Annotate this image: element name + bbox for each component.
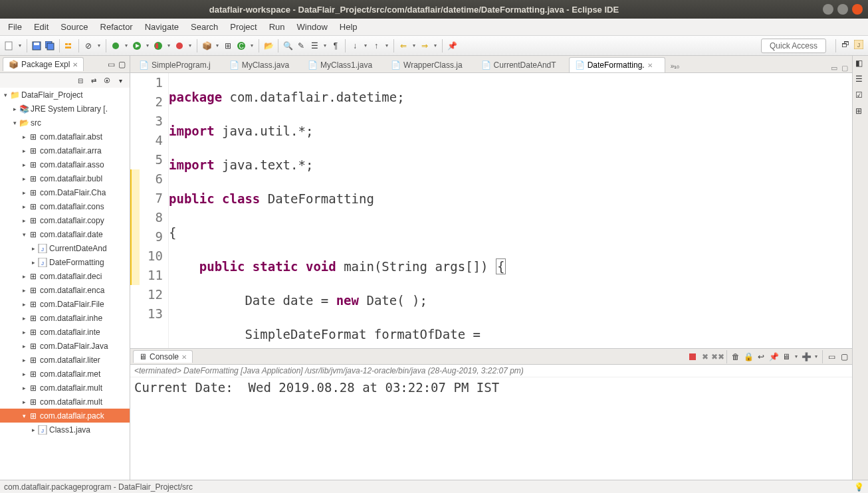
focus-task-icon[interactable]: ⦿ bbox=[102, 75, 112, 86]
task-dropdown[interactable]: ▾ bbox=[322, 41, 328, 51]
debug-dropdown[interactable]: ▾ bbox=[124, 41, 129, 51]
display-console-icon[interactable]: 🖥 bbox=[781, 351, 792, 362]
close-view-icon[interactable]: ✕ bbox=[72, 61, 78, 68]
skip-breakpoints-dropdown[interactable]: ▾ bbox=[96, 41, 102, 51]
outline-view-icon[interactable]: ☰ bbox=[855, 74, 866, 85]
tree-package[interactable]: ▸⊞com.dataflair.cons bbox=[0, 199, 130, 213]
link-editor-icon[interactable]: ⇄ bbox=[88, 75, 99, 86]
editor-tab[interactable]: 📄WrapperClass.ja bbox=[385, 57, 475, 72]
run-dropdown[interactable]: ▾ bbox=[145, 41, 150, 51]
java-perspective-icon[interactable]: J bbox=[853, 39, 864, 50]
editor-tab[interactable]: 📄SimpleProgram.j bbox=[133, 57, 223, 72]
open-perspective-icon[interactable]: 🗗 bbox=[840, 39, 851, 50]
tree-project[interactable]: ▾📁DataFlair_Project bbox=[0, 88, 130, 102]
coverage-dropdown[interactable]: ▾ bbox=[166, 41, 171, 51]
tree-package[interactable]: ▸⊞com.dataflair.mult bbox=[0, 395, 130, 409]
toggle-breadcrumb-icon[interactable] bbox=[64, 41, 74, 51]
menu-edit[interactable]: Edit bbox=[29, 20, 54, 34]
open-console-dropdown[interactable]: ▾ bbox=[814, 351, 819, 362]
pin-icon[interactable]: 📌 bbox=[447, 41, 457, 51]
menu-refactor[interactable]: Refactor bbox=[95, 20, 138, 34]
tree-package[interactable]: ▸⊞com.DataFlair.Cha bbox=[0, 185, 130, 199]
new-icon[interactable] bbox=[4, 41, 15, 51]
tree-package[interactable]: ▸⊞com.dataflair.liter bbox=[0, 353, 130, 367]
tree-java-file[interactable]: ▸JClass1.java bbox=[0, 423, 130, 437]
tree-package[interactable]: ▸⊞com.dataflair.arra bbox=[0, 144, 130, 157]
run-last-icon[interactable] bbox=[174, 41, 185, 51]
menu-help[interactable]: Help bbox=[334, 20, 363, 34]
maximize-view-icon[interactable]: ▢ bbox=[116, 59, 127, 70]
menu-search[interactable]: Search bbox=[185, 20, 223, 34]
pin-console-icon[interactable]: 📌 bbox=[768, 351, 779, 362]
new-class-icon[interactable]: C bbox=[236, 41, 247, 51]
run-last-dropdown[interactable]: ▾ bbox=[187, 41, 193, 51]
task-list-view-icon[interactable]: ☑ bbox=[855, 90, 866, 101]
new-package-icon[interactable]: ⊞ bbox=[223, 41, 233, 51]
annotation-icon[interactable]: ✎ bbox=[296, 41, 306, 51]
search-icon[interactable]: 🔍 bbox=[282, 41, 293, 51]
editor-tab[interactable]: 📄MyClass.java bbox=[223, 57, 302, 72]
maximize-console-icon[interactable]: ▢ bbox=[839, 351, 849, 362]
tip-bulb-icon[interactable]: 💡 bbox=[854, 482, 864, 492]
menu-source[interactable]: Source bbox=[55, 20, 93, 34]
debug-icon[interactable] bbox=[110, 41, 121, 51]
menu-navigate[interactable]: Navigate bbox=[140, 20, 184, 34]
minimize-button[interactable] bbox=[823, 4, 833, 15]
minimize-editor-icon[interactable]: ▭ bbox=[831, 64, 837, 72]
tree-package[interactable]: ▸⊞com.dataflair.copy bbox=[0, 213, 130, 227]
tree-package[interactable]: ▸⊞com.DataFlair.File bbox=[0, 297, 130, 311]
tree-package-expanded[interactable]: ▾⊞com.dataflair.date bbox=[0, 227, 130, 241]
tree-package[interactable]: ▸⊞com.dataflair.abst bbox=[0, 130, 130, 144]
restore-icon[interactable]: ◧ bbox=[855, 58, 866, 69]
next-annotation-icon[interactable]: ↓ bbox=[350, 41, 360, 51]
tree-package-selected[interactable]: ▾⊞com.dataflair.pack bbox=[0, 409, 130, 423]
prev-annotation-icon[interactable]: ↑ bbox=[371, 41, 381, 51]
coverage-icon[interactable] bbox=[153, 41, 163, 51]
close-tab-icon[interactable]: ✕ bbox=[647, 62, 653, 69]
prev-ann-dropdown[interactable]: ▾ bbox=[384, 41, 389, 51]
package-explorer-tab[interactable]: 📦 Package Expl ✕ bbox=[3, 57, 84, 71]
open-console-icon[interactable]: ➕ bbox=[801, 351, 812, 362]
editor-tab-active[interactable]: 📄DateFormatting.✕ bbox=[569, 57, 665, 72]
forward-icon[interactable]: ⇒ bbox=[419, 41, 430, 51]
back-icon[interactable]: ⇐ bbox=[398, 41, 409, 51]
new-dropdown[interactable]: ▾ bbox=[17, 41, 23, 51]
tree-package[interactable]: ▸⊞com.dataflair.inte bbox=[0, 325, 130, 339]
tree-java-file[interactable]: ▸JDateFormatting bbox=[0, 255, 130, 269]
maximize-editor-icon[interactable]: ▢ bbox=[841, 64, 848, 72]
menu-window[interactable]: Window bbox=[292, 20, 333, 34]
code-content[interactable]: package com.dataflair.datetime; import j… bbox=[169, 73, 852, 348]
new-class-dropdown[interactable]: ▾ bbox=[249, 41, 255, 51]
forward-dropdown[interactable]: ▾ bbox=[433, 41, 438, 51]
package-tree[interactable]: ▾📁DataFlair_Project ▸📚JRE System Library… bbox=[0, 88, 130, 480]
tree-package[interactable]: ▸⊞com.dataflair.met bbox=[0, 367, 130, 381]
minimize-view-icon[interactable]: ▭ bbox=[106, 59, 116, 70]
quick-access-input[interactable]: Quick Access bbox=[761, 39, 826, 53]
save-all-icon[interactable] bbox=[45, 41, 55, 51]
tree-package[interactable]: ▸⊞com.DataFlair.Java bbox=[0, 339, 130, 353]
run-icon[interactable] bbox=[132, 41, 142, 51]
open-type-icon[interactable]: 📂 bbox=[263, 41, 274, 51]
task-icon[interactable]: ☰ bbox=[309, 41, 320, 51]
save-icon[interactable] bbox=[31, 41, 42, 51]
skip-breakpoints-icon[interactable]: ⊘ bbox=[83, 41, 94, 51]
toggle-mark-icon[interactable]: ¶ bbox=[330, 41, 341, 51]
tree-java-file[interactable]: ▸JCurrentDateAnd bbox=[0, 241, 130, 255]
clear-console-icon[interactable]: 🗑 bbox=[730, 351, 741, 362]
remove-launch-icon[interactable]: ✖ bbox=[700, 351, 710, 362]
tree-package[interactable]: ▸⊞com.dataflair.asso bbox=[0, 157, 130, 171]
tree-src[interactable]: ▾📂src bbox=[0, 116, 130, 130]
tree-package[interactable]: ▸⊞com.dataflair.inhe bbox=[0, 311, 130, 325]
view-menu-icon[interactable]: ▾ bbox=[115, 75, 126, 86]
tree-jre[interactable]: ▸📚JRE System Library [. bbox=[0, 102, 130, 116]
menu-run[interactable]: Run bbox=[264, 20, 290, 34]
word-wrap-icon[interactable]: ↩ bbox=[756, 351, 766, 362]
scroll-lock-icon[interactable]: 🔒 bbox=[743, 351, 754, 362]
minimize-console-icon[interactable]: ▭ bbox=[826, 351, 837, 362]
console-output[interactable]: Current Date: Wed 2019.08.28 at 03:22:07… bbox=[130, 377, 852, 480]
new-project-dropdown[interactable]: ▾ bbox=[215, 41, 220, 51]
terminate-icon[interactable] bbox=[687, 351, 698, 362]
back-dropdown[interactable]: ▾ bbox=[411, 41, 417, 51]
display-console-dropdown[interactable]: ▾ bbox=[794, 351, 799, 362]
new-java-project-icon[interactable]: 📦 bbox=[201, 41, 212, 51]
